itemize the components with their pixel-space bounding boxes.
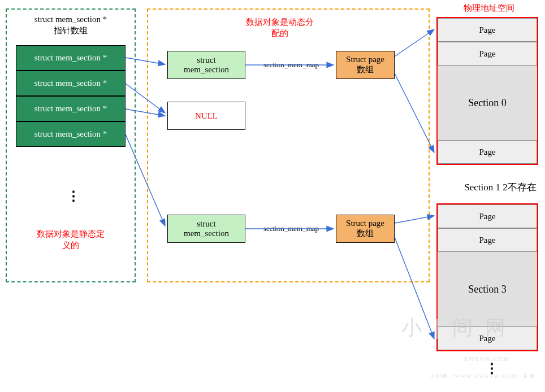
page-label: Page [479, 334, 495, 343]
null-label: NULL [195, 111, 218, 121]
dynamic-title-text: 数据对象是动态分 [246, 17, 314, 28]
dynamic-title-text: 配的 [271, 28, 288, 40]
section-label-area: Section 3 [438, 252, 537, 326]
struct-page-label: 数组 [357, 64, 374, 75]
pointer-row-1: struct mem_section * [16, 71, 126, 96]
static-note: 数据对象是静态定 义的 [23, 229, 119, 251]
struct-page-label: Struct page [346, 55, 384, 64]
title-text: struct mem_section * [34, 14, 107, 25]
section-3: Page Page Section 3 Page [436, 203, 538, 351]
struct-page-label: 数组 [357, 228, 374, 239]
pointer-array-title: struct mem_section * 指针数组 [17, 14, 124, 36]
section-missing-label: Section 1 2不存在 [452, 181, 545, 194]
mem-section-label: mem_section [184, 229, 229, 238]
mem-section-box-0: struct mem_section [167, 51, 245, 79]
note-text: 数据对象是静态定 [37, 229, 105, 240]
section-missing-text: Section 1 2不存在 [464, 181, 537, 194]
mem-section-label: mem_section [184, 65, 229, 75]
arrow-label-text: section_mem_map [263, 60, 319, 69]
title-text-zh: 指针数组 [54, 25, 88, 37]
pointer-row-label: struct mem_section * [34, 79, 107, 88]
mem-section-box-1: struct mem_section [167, 215, 245, 243]
watermark-strip: XWENW.COM [464, 356, 510, 362]
pointer-row-label: struct mem_section * [34, 104, 107, 114]
page-row: Page [438, 18, 537, 42]
ellipsis-icon [67, 189, 80, 203]
dynamic-title: 数据对象是动态分 配的 [223, 17, 336, 39]
section-label-area: Section 0 [438, 66, 537, 140]
watermark-footer: 小间网（WWW.XWENW.COM）专用 [430, 373, 535, 380]
arrow-label-text: section_mem_map [263, 224, 319, 233]
struct-page-array-0: Struct page 数组 [336, 51, 395, 79]
pointer-row-2: struct mem_section * [16, 96, 126, 121]
note-text: 义的 [62, 240, 79, 251]
null-box: NULL [167, 102, 245, 130]
page-row: Page [438, 140, 537, 164]
mem-section-label: struct [197, 55, 215, 65]
watermark-strip-text: XWENW.COM [464, 356, 510, 362]
mem-section-label: struct [197, 219, 215, 229]
page-row: Page [438, 326, 537, 350]
pointer-array: struct mem_section * struct mem_section … [16, 45, 126, 147]
physical-address-text: 物理地址空间 [464, 3, 514, 14]
page-row: Page [438, 204, 537, 228]
page-label: Page [479, 25, 495, 35]
page-row: Page [438, 42, 537, 66]
page-label: Page [479, 212, 495, 221]
struct-page-label: Struct page [346, 219, 384, 228]
page-row: Page [438, 228, 537, 252]
section-0: Page Page Section 0 Page [436, 17, 538, 165]
struct-page-array-1: Struct page 数组 [336, 215, 395, 243]
pointer-row-0: struct mem_section * [16, 45, 126, 71]
pointer-row-3: struct mem_section * [16, 121, 126, 147]
watermark-footer-text: 小间网（WWW.XWENW.COM）专用 [430, 373, 535, 379]
arrow-label-0: section_mem_map [249, 60, 334, 69]
page-label: Page [479, 236, 495, 245]
page-label: Page [479, 49, 495, 59]
page-label: Page [479, 147, 495, 157]
physical-address-header: 物理地址空间 [447, 3, 531, 14]
section-label: Section 0 [468, 97, 507, 109]
pointer-row-label: struct mem_section * [34, 53, 107, 63]
pointer-row-label: struct mem_section * [34, 129, 107, 139]
section-label: Section 3 [468, 284, 507, 295]
arrow-label-1: section_mem_map [249, 224, 334, 233]
